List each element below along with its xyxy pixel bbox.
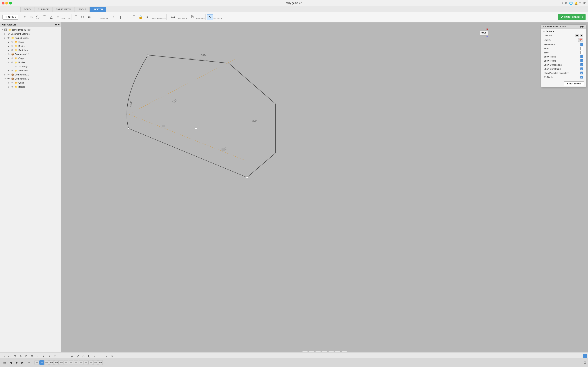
svg-point-20	[246, 176, 248, 178]
move-tool[interactable]: ⊞	[93, 14, 99, 20]
select-tool[interactable]: ↖	[207, 14, 213, 20]
svg-point-19	[195, 128, 197, 129]
maximize-button[interactable]	[9, 2, 12, 4]
svg-line-5	[247, 153, 276, 177]
constraint-vert[interactable]: |	[117, 14, 124, 20]
constraint-horz[interactable]: ↕	[111, 14, 117, 20]
tree-item-named-views[interactable]: ▶ 👁 📁 Named Views	[0, 36, 61, 40]
design-button[interactable]: DESIGN ▾	[2, 15, 18, 20]
constraint-lock[interactable]: 🔒	[138, 14, 144, 20]
sketch-canvas: 5.00 5.00 45.0°	[61, 22, 294, 184]
viewport[interactable]: 5.00 5.00 45.0°	[61, 22, 294, 184]
browser-expand-icon[interactable]: ⊞	[55, 23, 57, 26]
tree-item-component2[interactable]: ▶ 👁 📦 Component2:1	[0, 73, 61, 77]
circle-tool[interactable]: ◯	[35, 14, 41, 20]
svg-point-17	[147, 54, 149, 56]
main-area: ◀ BROWSER ⊞ ▶ ▼ 🔲 📁 sorry game v5 ⊡ ▶ ⚙	[0, 22, 294, 184]
browser-tree: ▼ 🔲 📁 sorry game v5 ⊡ ▶ ⚙ Document Setti…	[0, 27, 61, 184]
svg-line-0	[129, 59, 235, 114]
tree-item-sketches-2[interactable]: ▶ 👁 📁 Sketches	[0, 68, 61, 73]
svg-text:5.00: 5.00	[252, 120, 258, 123]
arc-tool[interactable]: ⌒	[41, 14, 48, 20]
svg-line-1	[129, 114, 247, 161]
svg-rect-16	[222, 149, 225, 151]
tree-item-bodies-1[interactable]: ▶ 👁 📁 Bodies	[0, 44, 61, 48]
svg-point-18	[128, 128, 130, 129]
browser-collapse-icon[interactable]: ▶	[58, 23, 60, 26]
measure-tool[interactable]: ⟺	[168, 14, 178, 20]
insert-image[interactable]: 🖼	[190, 14, 196, 20]
tab-tools[interactable]: TOOLS	[75, 7, 90, 12]
tree-item-component1[interactable]: ▼ 👁 📦 Component1:1	[0, 52, 61, 56]
svg-rect-15	[162, 125, 165, 127]
tree-item-doc-settings[interactable]: ▶ ⚙ Document Settings	[0, 32, 61, 36]
fillet-tool[interactable]: ⌒	[73, 14, 79, 20]
tree-item-root[interactable]: ▼ 🔲 📁 sorry game v5 ⊡	[0, 28, 61, 32]
svg-line-2	[148, 55, 229, 63]
tree-item-bodies-3[interactable]: ▶ 👁 📁 Bodies	[0, 85, 61, 89]
minimize-button[interactable]	[5, 2, 8, 4]
constraint-tangent[interactable]: ⌒	[131, 14, 137, 20]
toolbar: SOLID SURFACE SHEET METAL TOOLS SKETCH D…	[0, 6, 294, 22]
svg-line-3	[229, 63, 276, 104]
tab-sketch[interactable]: SKETCH	[90, 7, 106, 12]
trim-tool[interactable]: ✂	[79, 14, 86, 20]
poly-tool[interactable]: △	[48, 14, 54, 20]
tab-sheet-metal[interactable]: SHEET METAL	[52, 7, 75, 12]
window-controls	[2, 2, 12, 4]
extend-tool[interactable]: ⊕	[86, 14, 93, 20]
tree-item-origin-2[interactable]: ▶ 👁 📂 Origin	[0, 56, 61, 60]
tab-solid[interactable]: SOLID	[20, 7, 34, 12]
constraint-equal[interactable]: =	[144, 14, 151, 20]
svg-line-6	[129, 128, 247, 177]
tree-item-origin-1[interactable]: ▶ 👁 📂 Origin	[0, 40, 61, 44]
window-title: sorry game v5*	[286, 2, 294, 4]
tree-item-bodies-2[interactable]: ▼ 👁 📁 Bodies	[0, 60, 61, 64]
tree-item-sketches-1[interactable]: ▶ 👁 📁 Sketches	[0, 48, 61, 52]
browser-panel: ◀ BROWSER ⊞ ▶ ▼ 🔲 📁 sorry game v5 ⊡ ▶ ⚙	[0, 22, 61, 184]
tree-item-origin-3[interactable]: ▶ 👁 📂 Origin	[0, 81, 61, 85]
close-button[interactable]	[2, 2, 4, 4]
slot-tool[interactable]: ⊓	[55, 14, 61, 20]
svg-text:5.00: 5.00	[201, 53, 207, 57]
constraint-perp[interactable]: ⊥	[124, 14, 130, 20]
browser-header: ◀ BROWSER ⊞ ▶	[0, 22, 61, 27]
tab-surface[interactable]: SURFACE	[35, 7, 52, 12]
tree-item-component3[interactable]: ▼ 👁 📦 Component3:1	[0, 77, 61, 81]
rect-tool[interactable]: ▭	[28, 14, 34, 20]
line-tool[interactable]: ↗	[21, 14, 27, 20]
title-bar: sorry game v5* + ⟳ 🌐 🔔 ? JP	[0, 0, 294, 6]
svg-text:45.0°: 45.0°	[129, 101, 133, 107]
tree-item-body1[interactable]: ▶ 👁 ▭ Body1	[0, 64, 61, 68]
